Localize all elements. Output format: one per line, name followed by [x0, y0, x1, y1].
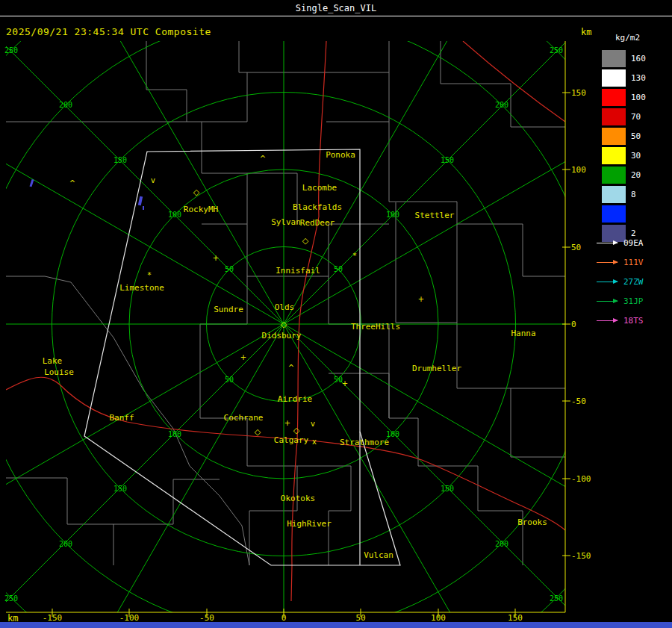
radar-site-id: 09EA — [623, 238, 644, 248]
colorbar-entry: 8 — [602, 184, 646, 204]
colorbar-swatch — [602, 186, 626, 203]
radar-arrow-icon — [597, 320, 617, 321]
colorbar-entry: 20 — [602, 165, 646, 184]
vil-colorbar: kg/m2 1601301007050302082 — [602, 33, 646, 243]
precip-echoes — [30, 179, 144, 210]
radar-site-id: 111V — [623, 258, 644, 267]
colorbar-rows: 1601301007050302082 — [602, 49, 646, 243]
range-rings — [0, 0, 671, 628]
colorbar-swatch — [602, 108, 626, 125]
colorbar-value: 160 — [631, 54, 646, 63]
radar-site-row: 27ZW — [597, 272, 644, 291]
radar-map-canvas[interactable] — [0, 0, 672, 628]
colorbar-value: 30 — [631, 151, 641, 161]
radar-site-id: 31JP — [623, 296, 644, 306]
radar-site-row: 18TS — [597, 311, 644, 330]
radar-arrow-icon — [597, 262, 617, 263]
colorbar-entry: 160 — [602, 49, 646, 68]
colorbar-value: 70 — [631, 112, 641, 122]
radar-site-id: 27ZW — [623, 277, 644, 287]
radar-site-id: 18TS — [623, 316, 644, 326]
radar-arrow-icon — [597, 243, 617, 243]
radar-site-row: 31JP — [597, 291, 644, 311]
colorbar-swatch — [602, 147, 626, 164]
colorbar-swatch — [602, 167, 626, 184]
radar-arrow-icon — [597, 282, 617, 282]
colorbar-swatch — [602, 205, 626, 223]
colorbar-swatch — [602, 89, 626, 106]
colorbar-swatch — [602, 128, 626, 145]
colorbar-value: 8 — [631, 190, 636, 199]
colorbar-value: 20 — [631, 170, 641, 180]
colorbar-entry: 30 — [602, 146, 646, 165]
colorbar-value: 50 — [631, 131, 641, 141]
bottom-blue-strip — [0, 622, 672, 628]
colorbar-entry: 70 — [602, 107, 646, 126]
colorbar-title: kg/m2 — [615, 33, 646, 43]
radar-app-window: Single_Scan_VIL 2025/09/21 23:45:34 UTC … — [0, 0, 672, 628]
colorbar-entry: 100 — [602, 87, 646, 107]
colorbar-entry — [602, 204, 646, 223]
colorbar-entry: 50 — [602, 126, 646, 146]
radar-arrow-icon — [597, 301, 617, 302]
radar-site-list: 09EA111V27ZW31JP18TS — [597, 233, 644, 330]
colorbar-swatch — [602, 50, 626, 67]
colorbar-swatch — [602, 69, 626, 87]
axis-ticks — [52, 93, 570, 617]
colorbar-value: 100 — [631, 93, 646, 102]
radar-site-row: 09EA — [597, 233, 644, 252]
colorbar-entry: 130 — [602, 68, 646, 87]
azimuth-spokes — [0, 0, 672, 628]
scan-area-outline — [84, 149, 400, 565]
radar-site-row: 111V — [597, 252, 644, 272]
colorbar-value: 130 — [631, 73, 646, 83]
